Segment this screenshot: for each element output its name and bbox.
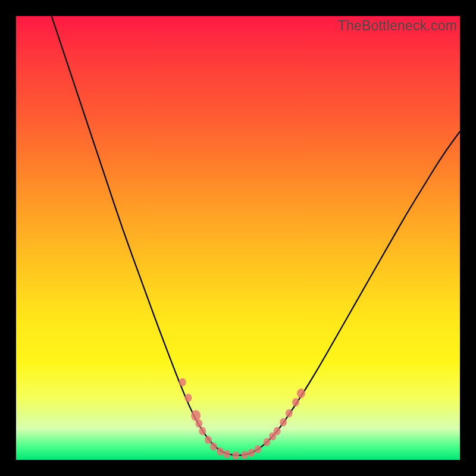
data-marker [232, 452, 239, 460]
data-marker [248, 449, 255, 457]
data-marker [263, 438, 270, 446]
data-marker [280, 418, 287, 427]
data-marker [217, 447, 224, 456]
data-marker [286, 409, 293, 418]
bottleneck-curve [52, 16, 460, 455]
data-marker [184, 394, 192, 402]
chart-container: TheBottleneck.com [0, 0, 476, 476]
chart-svg [16, 16, 460, 460]
data-marker [205, 436, 212, 444]
data-marker [210, 443, 217, 451]
data-marker [199, 427, 206, 436]
data-marker [255, 445, 262, 453]
data-marker [223, 450, 230, 458]
data-marker [297, 389, 305, 398]
data-marker [241, 451, 248, 459]
plot-area [16, 16, 460, 460]
data-marker [195, 419, 202, 428]
data-marker [292, 398, 299, 406]
data-marker [179, 378, 186, 387]
watermark-text: TheBottleneck.com [338, 18, 457, 34]
data-marker [191, 410, 201, 421]
data-marker [274, 427, 281, 436]
